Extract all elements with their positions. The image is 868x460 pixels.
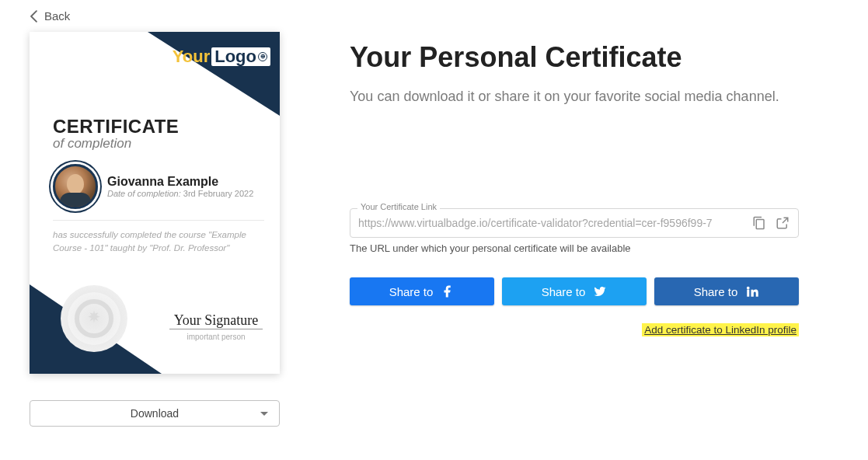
page-subtitle: You can download it or share it on your …: [350, 86, 785, 107]
seal-icon: [61, 285, 127, 352]
signature-text: Your Signature: [169, 313, 263, 329]
share-linkedin-button[interactable]: Share to: [654, 277, 799, 305]
share-facebook-button[interactable]: Share to: [350, 277, 494, 305]
logo-mark-icon: ⊕: [258, 52, 267, 61]
twitter-icon: [593, 284, 607, 298]
linkedin-icon: [745, 284, 759, 298]
add-to-linkedin-link[interactable]: Add certificate to LinkedIn profile: [642, 323, 799, 336]
certificate-link-input[interactable]: [358, 217, 745, 229]
back-label: Back: [44, 9, 70, 23]
recipient-name: Giovanna Example: [107, 175, 253, 189]
facebook-icon: [441, 284, 455, 298]
link-legend: Your Certificate Link: [357, 202, 440, 211]
share-label: Share to: [389, 285, 434, 298]
decor-triangle-top: [148, 32, 280, 116]
external-link-icon: [776, 216, 790, 230]
signature-role: important person: [169, 333, 263, 341]
certificate-description: has successfully completed the course "E…: [53, 228, 264, 256]
page-title: Your Personal Certificate: [350, 41, 838, 74]
caret-down-icon: [260, 412, 268, 416]
certificate-title: CERTIFICATE: [53, 116, 264, 138]
download-label: Download: [131, 407, 179, 420]
signature-block: Your Signature important person: [169, 313, 263, 341]
add-to-linkedin-row: Add certificate to LinkedIn profile: [350, 322, 799, 336]
certificate-subtitle: of completion: [53, 136, 264, 152]
open-link-button[interactable]: [773, 214, 792, 232]
back-button[interactable]: Back: [0, 0, 70, 32]
chevron-left-icon: [30, 10, 38, 23]
certificate-link-field: Your Certificate Link: [350, 208, 799, 238]
share-label: Share to: [694, 285, 738, 298]
link-help-text: The URL under which your personal certif…: [350, 242, 838, 254]
share-twitter-button[interactable]: Share to: [502, 277, 647, 305]
logo-word1: Your: [173, 48, 210, 65]
download-button[interactable]: Download: [30, 400, 280, 427]
copy-link-button[interactable]: [750, 214, 769, 232]
logo-word2: Logo ⊕: [211, 47, 270, 66]
copy-icon: [752, 216, 766, 230]
avatar: [53, 164, 98, 209]
completion-date: Date of completion: 3rd February 2022: [107, 189, 253, 198]
certificate-preview: Your Logo ⊕ CERTIFICATE of completion Gi…: [30, 32, 280, 374]
share-label: Share to: [542, 285, 586, 298]
logo: Your Logo ⊕: [173, 47, 270, 66]
